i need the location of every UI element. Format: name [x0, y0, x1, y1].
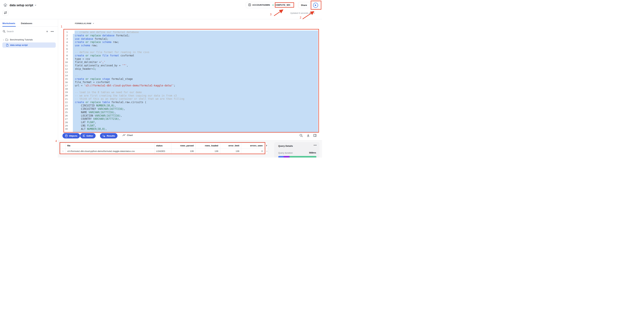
line-number: 28 [64, 121, 68, 124]
code-line[interactable]: 17url = 's3://formula1-dbt-cloud-python-… [64, 84, 318, 87]
header-cell: file [66, 143, 154, 148]
line-number: 23 [64, 104, 68, 107]
code-line[interactable]: 1-- create and define our formula1 datab… [64, 31, 318, 34]
code-line[interactable]: 3use database formula1; [64, 37, 318, 41]
code-line[interactable]: 30 ALT NUMBER(38,0), [64, 127, 318, 131]
selected-code-highlight [73, 71, 318, 74]
selected-code-highlight: url = 's3://formula1-dbt-cloud-python-de… [73, 84, 318, 87]
editor-toggle-button[interactable]: Editor [80, 133, 96, 138]
warehouse-label: COMPUTE_WH [275, 4, 290, 6]
objects-toggle-button[interactable]: Objects [62, 133, 80, 138]
query-details-more-button[interactable]: ••• [314, 144, 317, 147]
code-line[interactable]: 7-- define our file format for reading i… [64, 51, 318, 54]
chevron-down-icon [314, 13, 315, 14]
code-line[interactable]: 9type = csv [64, 57, 318, 61]
button-label: Editor [86, 135, 93, 137]
code-line[interactable]: 10field_delimiter =',' [64, 61, 318, 64]
warehouse-status-dot [272, 5, 274, 6]
split-view-button[interactable] [313, 134, 317, 138]
code-line[interactable]: 24 CIRCUITREF VARCHAR(16777216), [64, 107, 318, 111]
selected-code-highlight: LOCATION VARCHAR(16777216), [73, 114, 318, 117]
warehouse-selector[interactable]: COMPUTE_WH [272, 4, 290, 6]
duration-bar-segment [278, 156, 284, 158]
code-line[interactable]: 5use schema raw; [64, 44, 318, 47]
line-number: 27 [64, 118, 68, 120]
header-cell: f [264, 143, 268, 148]
new-worksheet-button[interactable]: + [46, 29, 48, 34]
code-line-clipped [64, 131, 318, 132]
page-title: data setup script [10, 4, 33, 7]
selected-code-highlight: CIRCUITID NUMBER(38,0), [73, 104, 318, 107]
code-line[interactable]: 28 LAT FLOAT, [64, 121, 318, 124]
sql-editor[interactable]: 1-- create and define our formula1 datab… [64, 31, 318, 132]
context-selector[interactable]: ACCOUNTADMIN COMPUTE_WH [246, 2, 293, 8]
filters-button[interactable] [2, 10, 8, 16]
code-line[interactable]: 23 CIRCUITID NUMBER(38,0), [64, 104, 318, 107]
code-line[interactable]: 27 COUNTRY VARCHAR(16777216), [64, 117, 318, 121]
updated-dropdown[interactable]: Updated 8 seconds ago [290, 12, 315, 14]
home-icon [3, 3, 8, 8]
table-cell: n [264, 148, 268, 154]
role-selector[interactable]: ACCOUNTADMIN [248, 3, 270, 7]
line-number: 7 [64, 51, 68, 53]
query-duration-label: Query duration [278, 152, 293, 154]
selected-code-highlight: create or replace file format csvformat [73, 54, 318, 57]
header-cell [60, 143, 66, 148]
line-number: 29 [64, 125, 68, 127]
code-line[interactable]: 29 LNG FLOAT, [64, 124, 318, 127]
sidebar-item-folder[interactable]: › Benchmarking Tutorials [0, 37, 58, 42]
line-chart-icon [122, 134, 126, 136]
editor-context-dropdown[interactable]: FORMULA1.RAW [75, 23, 94, 25]
query-duration-value: 568ms [309, 151, 316, 154]
selected-code-highlight: -- we are first creating the table then … [73, 94, 318, 97]
table-header-row: filestatusrows_parsedrows_loadederror_li… [60, 143, 268, 148]
code-line[interactable]: 16file_format = csvformat [64, 81, 318, 84]
selected-code-highlight: LAT FLOAT, [73, 121, 318, 124]
sidebar-more-button[interactable]: ••• [51, 29, 54, 34]
tab-databases[interactable]: Databases [21, 22, 32, 25]
line-number: 16 [64, 81, 68, 84]
code-line[interactable]: 14-- [64, 74, 318, 77]
code-line[interactable]: 6 [64, 47, 318, 51]
code-line[interactable]: 22create or replace table formula1.raw.c… [64, 101, 318, 104]
results-toggle-button[interactable]: Results [100, 133, 118, 138]
code-line[interactable]: 13 [64, 71, 318, 74]
download-results-button[interactable] [306, 134, 310, 138]
duration-bar-segment [284, 156, 290, 158]
table-row[interactable]: 1s3://formula1-dbt-cloud-python-demo/for… [60, 148, 268, 154]
code-line[interactable]: 15create or replace stage formula1_stage [64, 77, 318, 81]
button-label: Results [107, 135, 115, 137]
code-line[interactable]: 21-- think of this as an empty container… [64, 97, 318, 101]
share-button[interactable]: Share [298, 2, 310, 8]
duration-bar-segment [290, 156, 316, 158]
run-button[interactable] [312, 1, 320, 9]
code-line[interactable]: 20-- we are first creating the table the… [64, 94, 318, 97]
code-line[interactable]: 12skip_header=1; [64, 67, 318, 71]
selected-code-highlight: CIRCUITREF VARCHAR(16777216), [73, 107, 318, 111]
home-button[interactable] [2, 2, 9, 9]
search-input[interactable]: Search [7, 30, 14, 33]
code-line[interactable]: 19-- load in the 8 tables we need for ou… [64, 91, 318, 94]
code-line[interactable]: 11field_optionally_enclosed_by = '"', [64, 64, 318, 67]
search-results-button[interactable] [299, 134, 303, 138]
header-cell: rows_loaded [196, 143, 220, 148]
chart-toggle[interactable]: Chart [122, 134, 133, 136]
code-line[interactable]: 25 NAME VARCHAR(16777216), [64, 111, 318, 114]
chevron-right-icon: › [3, 39, 4, 41]
line-number: 15 [64, 78, 68, 80]
code-line[interactable]: 4create or replace schema raw; [64, 41, 318, 44]
line-number: 13 [64, 71, 68, 74]
sidebar-item-worksheet-selected[interactable]: data setup script [2, 43, 56, 48]
user-badge-icon [248, 3, 251, 7]
query-duration-bar [278, 156, 316, 158]
tab-worksheets[interactable]: Worksheets [2, 22, 15, 25]
line-number: 25 [64, 111, 68, 114]
download-icon [306, 134, 310, 138]
code-line[interactable]: 8create or replace file format csvformat [64, 54, 318, 57]
code-line[interactable]: 26 LOCATION VARCHAR(16777216), [64, 114, 318, 117]
code-line[interactable]: 2create or replace database formula1; [64, 34, 318, 37]
selected-code-highlight: -- define our file format for reading in… [73, 51, 318, 54]
code-line[interactable]: 18 [64, 87, 318, 91]
worksheet-title-dropdown[interactable]: data setup script [10, 4, 36, 7]
selected-code-highlight: type = csv [73, 57, 318, 61]
